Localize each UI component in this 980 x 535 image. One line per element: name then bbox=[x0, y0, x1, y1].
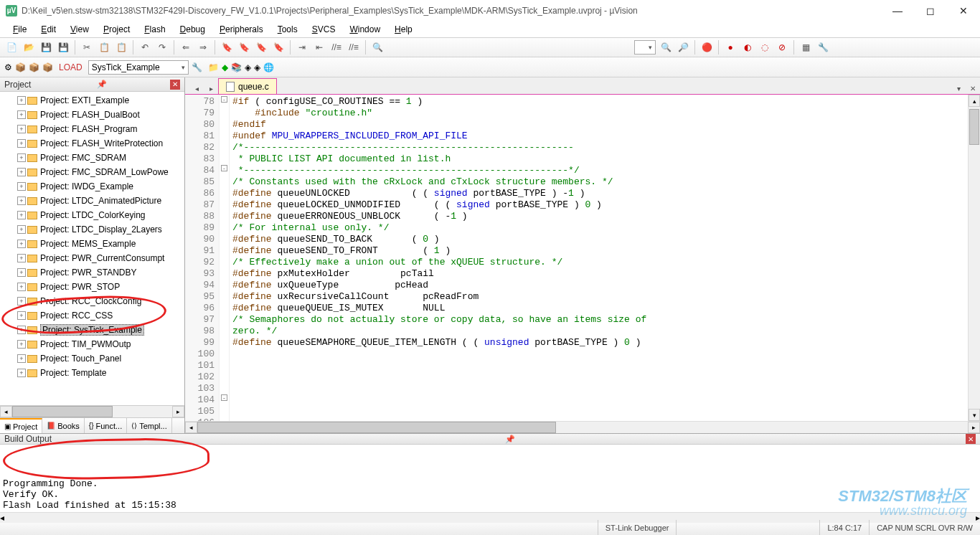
expander-icon[interactable]: + bbox=[17, 139, 26, 148]
expander-icon[interactable]: + bbox=[17, 211, 26, 219]
open-file-icon[interactable]: 📂 bbox=[22, 40, 36, 55]
expander-icon[interactable]: + bbox=[17, 340, 26, 349]
panel-close-icon[interactable]: ✕ bbox=[170, 80, 180, 90]
tree-item[interactable]: +Project: FMC_SDRAM_LowPowe bbox=[0, 165, 184, 179]
indent-icon[interactable]: ⇥ bbox=[295, 40, 309, 55]
breakpoint-enable-icon[interactable]: ◐ bbox=[740, 40, 755, 55]
build-icon[interactable]: 📦 bbox=[15, 62, 26, 72]
redo-icon[interactable]: ↷ bbox=[155, 40, 169, 55]
tab-prev-icon[interactable]: ◂ bbox=[191, 82, 202, 94]
editor-tab-active[interactable]: queue.c bbox=[218, 78, 277, 94]
expander-icon[interactable]: + bbox=[17, 96, 26, 105]
minimize-button[interactable]: — bbox=[881, 0, 914, 22]
tree-item[interactable]: +Project: PWR_STANDBY bbox=[0, 265, 184, 280]
target-select[interactable]: SysTick_Example ▾ bbox=[88, 60, 189, 75]
simulator-icon[interactable]: 🌐 bbox=[263, 62, 274, 72]
tree-item[interactable]: +Project: LTDC_AnimatedPicture bbox=[0, 194, 184, 208]
tree-item[interactable]: +Project: FLASH_DualBoot bbox=[0, 108, 184, 122]
books-icon[interactable]: 📚 bbox=[231, 62, 242, 72]
scroll-track[interactable] bbox=[113, 406, 172, 417]
tree-item[interactable]: +Project: LTDC_Display_2Layers bbox=[0, 222, 184, 237]
bookmark-prev-icon[interactable]: 🔖 bbox=[237, 40, 251, 55]
expander-icon[interactable]: + bbox=[17, 311, 26, 320]
menu-view[interactable]: View bbox=[63, 23, 96, 36]
expander-icon[interactable]: + bbox=[17, 240, 26, 248]
translate-icon[interactable]: ⚙ bbox=[4, 62, 12, 72]
paste-icon[interactable]: 📋 bbox=[114, 40, 128, 55]
menu-peripherals[interactable]: Peripherals bbox=[212, 23, 270, 36]
tree-item[interactable]: +Project: TIM_PWMOutp bbox=[0, 337, 184, 351]
tab-list-icon[interactable]: ▾ bbox=[953, 82, 964, 94]
menu-debug[interactable]: Debug bbox=[173, 23, 212, 36]
breakpoint-disable-icon[interactable]: ◌ bbox=[758, 40, 772, 55]
close-button[interactable]: ✕ bbox=[947, 0, 980, 22]
panel-tab-project[interactable]: ▣ Project bbox=[0, 418, 42, 433]
find-in-files-icon[interactable]: 🔍 bbox=[370, 40, 385, 55]
panel-tab-books[interactable]: 📕 Books bbox=[42, 418, 85, 433]
undo-icon[interactable]: ↶ bbox=[138, 40, 152, 55]
pin-icon[interactable]: 📌 bbox=[97, 80, 107, 89]
outdent-icon[interactable]: ⇤ bbox=[312, 40, 326, 55]
bookmark-icon[interactable]: 🔖 bbox=[220, 40, 234, 55]
expander-icon[interactable]: + bbox=[17, 125, 26, 133]
cut-icon[interactable]: ✂ bbox=[80, 40, 94, 55]
scroll-left-icon[interactable]: ◂ bbox=[185, 422, 197, 433]
tree-item[interactable]: +Project: Touch_Panel bbox=[0, 351, 184, 366]
debug-icon[interactable]: 🔴 bbox=[699, 40, 714, 55]
tree-item[interactable]: +Project: Template bbox=[0, 366, 184, 380]
file-ext-icon[interactable]: 📁 bbox=[208, 62, 219, 72]
tab-close-icon[interactable]: ✕ bbox=[967, 82, 979, 94]
bookmark-clear-icon[interactable]: 🔖 bbox=[271, 40, 286, 55]
scroll-down-icon[interactable]: ▾ bbox=[969, 409, 980, 421]
tree-item[interactable]: +Project: MEMS_Example bbox=[0, 237, 184, 251]
tab-next-icon[interactable]: ▸ bbox=[205, 82, 217, 94]
expander-icon[interactable]: + bbox=[17, 182, 26, 191]
breakpoint-kill-icon[interactable]: ⊘ bbox=[775, 40, 789, 55]
maximize-button[interactable]: ◻ bbox=[914, 0, 947, 22]
build-output-text[interactable]: Programming Done.Verify OK.Flash Load fi… bbox=[0, 445, 980, 512]
comment-icon[interactable]: //≡ bbox=[329, 40, 344, 55]
scroll-up-icon[interactable]: ▴ bbox=[969, 95, 980, 107]
editor-v-scrollbar[interactable]: ▴ ▾ bbox=[968, 95, 980, 421]
incremental-find-icon[interactable]: 🔎 bbox=[676, 40, 690, 55]
editor-h-scrollbar[interactable]: ◂ ▸ bbox=[185, 421, 980, 433]
tree-item[interactable]: +Project: RCC_CSS bbox=[0, 308, 184, 323]
scroll-right-icon[interactable]: ▸ bbox=[968, 422, 980, 433]
tree-item[interactable]: +Project: IWDG_Example bbox=[0, 179, 184, 194]
scroll-thumb[interactable] bbox=[197, 422, 556, 433]
expander-icon[interactable]: + bbox=[17, 254, 26, 262]
tree-item[interactable]: +Project: PWR_STOP bbox=[0, 280, 184, 294]
manage-rte-icon[interactable]: ◆ bbox=[222, 62, 228, 72]
panel-tab-funct[interactable]: {} Funct... bbox=[85, 418, 127, 433]
tree-item[interactable]: +Project: RCC_ClockConfig bbox=[0, 294, 184, 308]
tree-item[interactable]: +Project: FLASH_WriteProtection bbox=[0, 136, 184, 151]
expander-icon[interactable]: + bbox=[17, 168, 26, 176]
tree-item[interactable]: +Project: EXTI_Example bbox=[0, 93, 184, 108]
menu-window[interactable]: Window bbox=[342, 23, 387, 36]
menu-flash[interactable]: Flash bbox=[137, 23, 172, 36]
expander-icon[interactable]: + bbox=[17, 326, 26, 334]
expander-icon[interactable]: + bbox=[17, 110, 26, 119]
scroll-left-icon[interactable]: ◂ bbox=[0, 406, 12, 417]
expander-icon[interactable]: + bbox=[17, 354, 26, 363]
scroll-track[interactable] bbox=[556, 422, 968, 433]
configure-icon[interactable]: 🔧 bbox=[816, 40, 830, 55]
tree-item[interactable]: +Project: PWR_CurrentConsumpt bbox=[0, 251, 184, 265]
scroll-right-icon[interactable]: ▸ bbox=[172, 406, 184, 417]
nav-forward-icon[interactable]: ⇒ bbox=[196, 40, 210, 55]
new-file-icon[interactable]: 📄 bbox=[4, 40, 19, 55]
window-layout-icon[interactable]: ▦ bbox=[798, 40, 813, 55]
menu-edit[interactable]: Edit bbox=[34, 23, 63, 36]
expander-icon[interactable]: + bbox=[17, 197, 26, 205]
copy-icon[interactable]: 📋 bbox=[97, 40, 111, 55]
expander-icon[interactable]: + bbox=[17, 283, 26, 291]
scroll-thumb[interactable] bbox=[12, 406, 113, 417]
menu-file[interactable]: File bbox=[6, 23, 34, 36]
find-icon[interactable]: 🔍 bbox=[659, 40, 673, 55]
project-tree[interactable]: +Project: EXTI_Example+Project: FLASH_Du… bbox=[0, 92, 184, 405]
expander-icon[interactable]: + bbox=[17, 297, 26, 306]
menu-svcs[interactable]: SVCS bbox=[305, 23, 343, 36]
batch-build-icon[interactable]: 📦 bbox=[42, 62, 53, 72]
expander-icon[interactable]: + bbox=[17, 153, 26, 162]
code-content[interactable]: #if ( configUSE_CO_ROUTINES == 1 ) #incl… bbox=[230, 95, 980, 421]
